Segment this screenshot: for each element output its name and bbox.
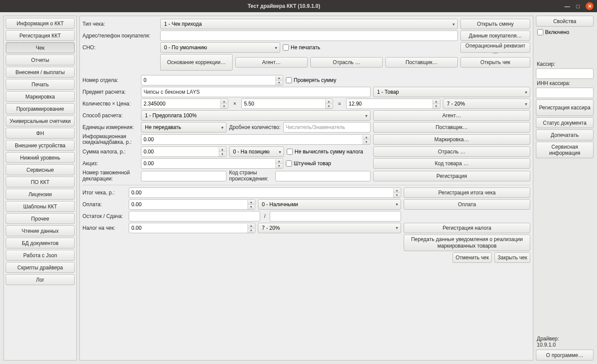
branch2-button[interactable]: Отрасль … [373,146,530,157]
sidebar-ext-devices[interactable]: Внешние устройства [6,140,75,151]
frac-qty-label: Дробное количество: [229,124,281,130]
subject-label: Предмет расчета: [82,89,138,95]
units-dropdown[interactable]: Не передавать [141,122,226,133]
reprint-button[interactable]: Допечатать [536,129,594,140]
country-input[interactable] [275,171,371,181]
check-tax-rate-dropdown[interactable]: 7 - 20% [258,223,401,233]
dont-print-check[interactable]: Не печатать [283,44,320,51]
subject-input[interactable] [141,87,371,97]
main-panel: Тип чека: 1 - Чек прихода Открыть смену … [79,16,533,361]
supplier-button[interactable]: Поставщик… [385,57,458,68]
sidebar-fn[interactable]: ФН [6,128,75,139]
units-label: Единицы измерения: [82,124,138,130]
customs-input[interactable] [141,171,226,181]
change-right-input[interactable] [270,211,401,221]
open-shift-button[interactable]: Открыть смену [460,19,530,29]
sno-dropdown[interactable]: 0 - По умолчанию [160,42,280,53]
sidebar-programming[interactable]: Программирование [6,103,75,114]
excise-spinner[interactable]: ▲▼ [141,158,283,169]
close-check-button[interactable]: Закрыть чек [494,252,530,263]
sidebar-counters[interactable]: Универсальные счетчики [6,116,75,126]
register-cashier-button[interactable]: Регистрация кассира [536,99,594,116]
registration-button[interactable]: Регистрация [373,171,530,181]
pay-method-dropdown[interactable]: 1 - Предоплата 100% [141,110,371,121]
sidebar-check[interactable]: Чек [6,42,75,53]
excise-label: Акциз: [82,160,138,167]
open-check-button[interactable]: Открыть чек [460,57,530,68]
sidebar-templates[interactable]: Шаблоны ККТ [6,201,75,212]
sidebar-json[interactable]: Работа с Json [6,250,75,261]
sidebar-low-level[interactable]: Нижний уровень [6,152,75,163]
address-input[interactable] [160,31,458,41]
qty-price-label: Количество × Цена: [82,101,138,107]
branch-button[interactable]: Отрасль … [310,57,383,68]
register-tax-button[interactable]: Регистрация налога [404,223,530,233]
sidebar-licenses[interactable]: Лицензии [6,189,75,200]
sidebar-info-kkt[interactable]: Информация о ККТ [6,18,75,29]
info-discount-label: Информационная скидка/надбавка, р.: [82,134,138,145]
titlebar: Тест драйвера ККТ (10.9.1.0) — □ ✕ [0,0,597,12]
subject-type-dropdown[interactable]: 1 - Товар [373,87,530,97]
sidebar-marking[interactable]: Маркировка [6,91,75,102]
service-info-button[interactable]: Сервисная информация [536,142,594,158]
cashier-input[interactable] [536,68,594,79]
about-button[interactable]: О программе… [536,350,594,361]
piece-goods-check[interactable]: Штучный товар [286,160,331,167]
sidebar-service[interactable]: Сервисные [6,164,75,175]
payment-type-dropdown[interactable]: 0 - Наличными [258,199,401,210]
sidebar-po-kkt[interactable]: ПО ККТ [6,177,75,187]
doc-status-button[interactable]: Статус документа [536,117,594,128]
product-code-button[interactable]: Код товара … [373,158,530,169]
frac-qty-input[interactable] [283,122,371,133]
info-discount-spinner[interactable]: ▲▼ [141,134,371,145]
register-total-button[interactable]: Регистрация итога чека [404,187,530,198]
left-sidebar: Информация о ККТ Регистрация ККТ Чек Отч… [3,16,77,361]
tax-rate-dropdown[interactable]: 7 - 20% [443,99,530,109]
sidebar-print[interactable]: Печать [6,79,75,90]
tax-mode-dropdown[interactable]: 0 - На позицию [229,146,284,157]
properties-button[interactable]: Свойства [536,16,594,27]
country-label: Код страны происхождения: [229,170,273,181]
sidebar-read-data[interactable]: Чтение данных [6,225,75,236]
total-check-spinner[interactable]: ▲▼ [129,187,401,198]
correction-basis-button[interactable]: Основание коррекции… [160,54,233,71]
sidebar-reports[interactable]: Отчеты [6,54,75,65]
sidebar-log[interactable]: Лог [6,274,75,285]
agent2-button[interactable]: Агент… [373,110,530,121]
change-left-input[interactable] [129,211,260,221]
cashier-inn-label: ИНН кассира: [536,80,594,86]
cancel-check-button[interactable]: Отменить чек [453,252,492,263]
supplier2-button[interactable]: Поставщик… [373,122,530,133]
agent-button[interactable]: Агент… [235,57,308,68]
sidebar-reg-kkt[interactable]: Регистрация ККТ [6,30,75,41]
check-type-label: Тип чека: [82,21,158,27]
payment-spinner[interactable]: ▲▼ [129,199,255,210]
check-tax-spinner[interactable]: ▲▼ [129,223,255,233]
sidebar-db-docs[interactable]: БД документов [6,238,75,248]
total-spinner[interactable]: ▲▼ [346,99,440,109]
buyer-data-button[interactable]: Данные покупателя… [460,31,530,41]
op-requisite-button[interactable]: Операционный реквизит … [460,42,530,53]
enabled-check[interactable]: Включено [536,28,594,37]
check-type-dropdown[interactable]: 1 - Чек прихода [160,19,458,29]
send-marking-button[interactable]: Передать данные уведомления о реализации… [404,235,530,251]
marking-button[interactable]: Маркировка… [373,134,530,145]
pay-method-label: Способ расчета: [82,112,138,119]
pay-button[interactable]: Оплата [404,199,530,210]
close-icon[interactable]: ✕ [586,2,594,10]
price-spinner[interactable]: ▲▼ [241,99,333,109]
customs-label: Номер таможенной декларации: [82,170,138,181]
cashier-inn-input[interactable] [536,88,594,98]
total-label: Итог чека, р.: [82,190,126,196]
dept-spinner[interactable]: ▲▼ [141,75,283,85]
minimize-icon[interactable]: — [564,3,570,10]
sidebar-scripts[interactable]: Скрипты драйвера [6,262,75,273]
maximize-icon[interactable]: □ [576,3,580,10]
payment-label: Оплата: [82,201,126,208]
no-calc-tax-check[interactable]: Не вычислять сумму налога [287,149,363,155]
sidebar-other[interactable]: Прочее [6,213,75,224]
tax-sum-spinner[interactable]: ▲▼ [141,146,226,157]
verify-sum-check[interactable]: Проверять сумму [286,77,336,83]
qty-spinner[interactable]: ▲▼ [141,99,228,109]
sidebar-deposits[interactable]: Внесения / выплаты [6,67,75,78]
